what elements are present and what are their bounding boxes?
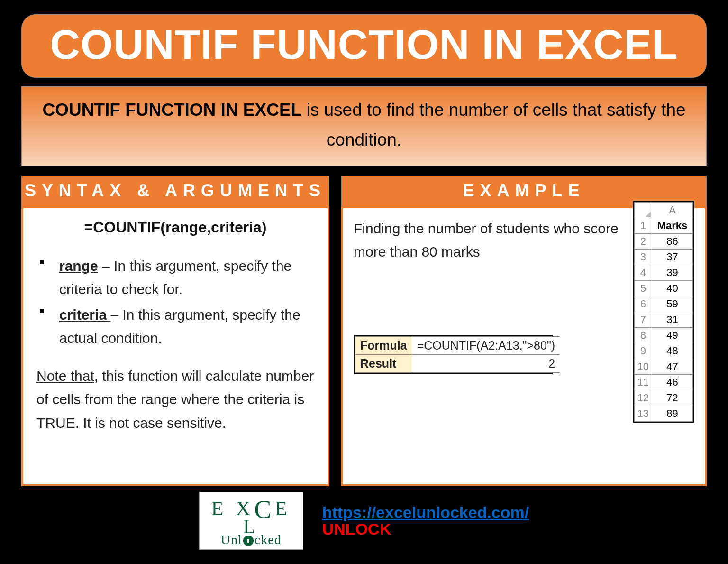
- lock-icon: [243, 536, 254, 546]
- example-body: Finding the number of students who score…: [341, 206, 707, 486]
- argument-range: range – In this argument, specify the cr…: [36, 254, 314, 301]
- result-value: 2: [412, 354, 560, 372]
- row-num: 1: [634, 218, 652, 233]
- arguments-list: range – In this argument, specify the cr…: [36, 254, 314, 350]
- data-cell: 31: [652, 312, 693, 327]
- data-cell: 47: [652, 359, 693, 374]
- row-num: 6: [634, 296, 652, 312]
- argument-criteria: criteria – In this argument, specify the…: [36, 303, 314, 350]
- title-bar: COUNTIF FUNCTION IN EXCEL: [21, 14, 707, 78]
- data-header: Marks: [652, 218, 693, 233]
- data-cell: 72: [652, 390, 693, 406]
- syntax-body: =COUNTIF(range,criteria) range – In this…: [21, 206, 329, 486]
- note-text: Note that, this function will calculate …: [36, 364, 314, 435]
- footer-text: https://excelunlocked.com/ UNLOCK: [322, 503, 529, 538]
- columns: SYNTAX & ARGUMENTS =COUNTIF(range,criter…: [21, 176, 707, 486]
- formula-result-box: Formula =COUNTIF(A2:A13,">80") Result 2: [354, 335, 553, 374]
- logo-c-icon: C: [254, 498, 275, 521]
- arg-name-range: range: [59, 258, 98, 274]
- formula-label: Formula: [355, 336, 412, 354]
- row-num: 4: [634, 265, 652, 280]
- formula-value: =COUNTIF(A2:A13,">80"): [412, 336, 560, 354]
- data-cell: 39: [652, 265, 693, 280]
- footer-url[interactable]: https://excelunlocked.com/: [322, 503, 529, 522]
- description-text: is used to find the number of cells that…: [301, 100, 685, 149]
- data-cell: 46: [652, 374, 693, 390]
- description-bold: COUNTIF FUNCTION IN EXCEL: [42, 100, 301, 120]
- data-cell: 59: [652, 296, 693, 312]
- row-num: 13: [634, 406, 652, 421]
- description-bar: COUNTIF FUNCTION IN EXCEL is used to fin…: [21, 86, 707, 166]
- result-label: Result: [355, 354, 412, 372]
- data-cell: 48: [652, 343, 693, 359]
- syntax-column: SYNTAX & ARGUMENTS =COUNTIF(range,criter…: [21, 176, 329, 486]
- syntax-formula: =COUNTIF(range,criteria): [36, 219, 314, 236]
- example-column: EXAMPLE Finding the number of students w…: [341, 176, 707, 486]
- row-num: 8: [634, 327, 652, 343]
- note-lead: Note that: [36, 368, 94, 384]
- footer: E XCE L Unlcked https://excelunlocked.co…: [21, 492, 707, 550]
- logo-line2: Unlcked: [205, 532, 297, 547]
- example-description: Finding the number of students who score…: [354, 217, 624, 264]
- row-num: 10: [634, 359, 652, 374]
- row-num: 3: [634, 249, 652, 265]
- col-header-a: A: [652, 202, 693, 218]
- logo: E XCE L Unlcked: [199, 492, 303, 550]
- page-title: COUNTIF FUNCTION IN EXCEL: [36, 20, 692, 69]
- table-corner: [634, 202, 652, 218]
- row-num: 11: [634, 374, 652, 390]
- row-num: 9: [634, 343, 652, 359]
- data-cell: 89: [652, 406, 693, 421]
- row-num: 7: [634, 312, 652, 327]
- data-cell: 49: [652, 327, 693, 343]
- syntax-header: SYNTAX & ARGUMENTS: [21, 176, 329, 206]
- example-left: Finding the number of students who score…: [354, 217, 624, 374]
- row-num: 2: [634, 233, 652, 249]
- arg-name-criteria: criteria: [59, 307, 110, 323]
- data-cell: 86: [652, 233, 693, 249]
- footer-unlock: UNLOCK: [322, 520, 529, 538]
- data-table: A 1Marks 286 337 439 540 659 731 849 948…: [633, 201, 694, 423]
- data-cell: 40: [652, 280, 693, 296]
- row-num: 12: [634, 390, 652, 406]
- logo-line1: E XCE L: [205, 495, 297, 536]
- row-num: 5: [634, 280, 652, 296]
- data-cell: 37: [652, 249, 693, 265]
